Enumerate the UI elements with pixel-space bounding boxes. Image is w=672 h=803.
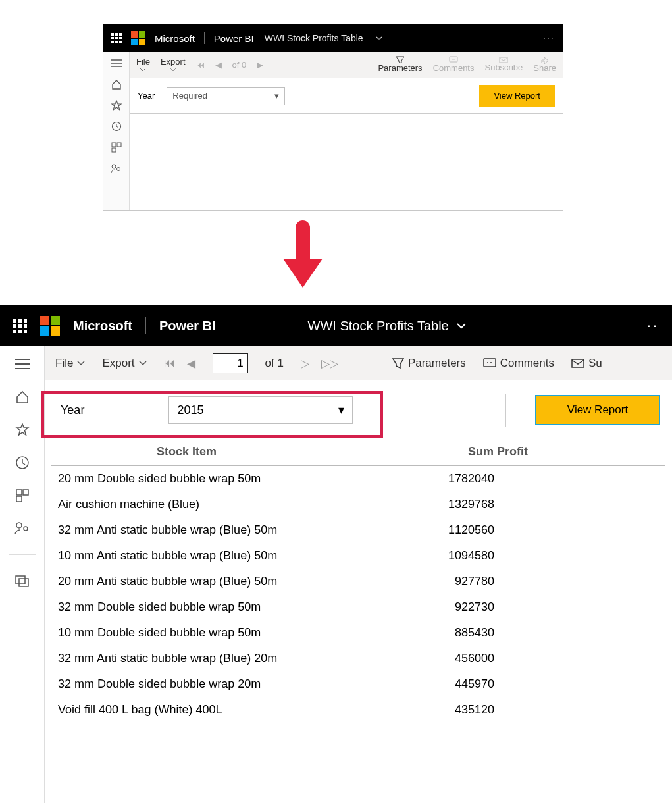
microsoft-brand: Microsoft: [73, 319, 132, 334]
page-input[interactable]: [213, 353, 248, 373]
home-icon[interactable]: [14, 388, 31, 405]
apps-icon[interactable]: [111, 142, 122, 153]
cell-stock-item: Void fill 400 L bag (White) 400L: [51, 697, 442, 723]
cell-sum-profit: 435120: [442, 697, 665, 723]
year-value: 2015: [177, 403, 203, 417]
toolbar: File Export ⏮ ◀ of 1 ▷ ▷▷: [45, 346, 672, 380]
svg-point-7: [452, 59, 453, 61]
menu-toggle-icon[interactable]: [111, 57, 122, 69]
more-icon[interactable]: ··: [647, 317, 659, 334]
app-launcher-icon[interactable]: [13, 319, 27, 333]
first-page-icon[interactable]: ⏮: [164, 357, 175, 370]
file-menu[interactable]: File: [136, 57, 150, 72]
svg-rect-6: [450, 57, 457, 62]
toolbar: File Export ⏮ ◀ of 0 ▶ Parameters: [130, 52, 563, 78]
parameters-button[interactable]: Parameters: [378, 56, 422, 73]
favorite-icon[interactable]: [111, 99, 122, 111]
cell-sum-profit: 445970: [442, 671, 665, 697]
cell-sum-profit: 922730: [442, 594, 665, 620]
export-menu[interactable]: Export: [102, 357, 146, 370]
year-label: Year: [61, 403, 84, 417]
year-label: Year: [138, 91, 155, 101]
page-of: of 1: [265, 357, 284, 370]
svg-point-15: [24, 527, 28, 531]
workspaces-icon[interactable]: [14, 572, 31, 589]
report-title[interactable]: WWI Stock Profits Table: [265, 33, 363, 43]
cell-stock-item: 32 mm Anti static bubble wrap (Blue) 50m: [51, 517, 442, 543]
year-dropdown[interactable]: Required ▾: [167, 87, 285, 105]
prev-page-icon: ◀: [215, 60, 222, 70]
cell-stock-item: 32 mm Anti static bubble wrap (Blue) 20m: [51, 646, 442, 671]
powerbi-brand: Power BI: [214, 33, 254, 44]
microsoft-logo-icon: [40, 316, 60, 336]
apps-icon[interactable]: [14, 487, 31, 504]
screenshot-before: Microsoft Power BI WWI Stock Profits Tab…: [103, 24, 563, 211]
svg-rect-1: [112, 143, 116, 147]
shared-icon[interactable]: [14, 520, 31, 537]
next-page-icon[interactable]: ▷: [301, 357, 309, 371]
export-menu[interactable]: Export: [161, 57, 186, 72]
top-header: Microsoft Power BI WWI Stock Profits Tab…: [0, 305, 672, 346]
cell-stock-item: 32 mm Double sided bubble wrap 20m: [51, 671, 442, 697]
view-report-button[interactable]: View Report: [479, 85, 555, 107]
subscribe-button[interactable]: Su: [571, 357, 602, 370]
share-label: Share: [533, 64, 556, 73]
table-row: 10 mm Anti static bubble wrap (Blue) 50m…: [51, 543, 665, 569]
recent-icon[interactable]: [14, 454, 31, 471]
more-icon[interactable]: ···: [543, 33, 555, 43]
cell-stock-item: 10 mm Anti static bubble wrap (Blue) 50m: [51, 543, 442, 569]
svg-rect-21: [572, 359, 584, 367]
report-title[interactable]: WWI Stock Profits Table: [308, 319, 467, 334]
prev-page-icon[interactable]: ◀: [187, 357, 195, 371]
cell-sum-profit: 1329768: [442, 492, 665, 517]
svg-rect-18: [484, 359, 496, 367]
table-row: 32 mm Double sided bubble wrap 20m445970: [51, 671, 665, 697]
svg-rect-3: [112, 148, 116, 152]
svg-point-4: [112, 165, 116, 168]
comments-button[interactable]: Comments: [483, 357, 554, 370]
chevron-down-icon[interactable]: [375, 34, 383, 42]
shared-icon[interactable]: [111, 163, 122, 174]
app-launcher-icon[interactable]: [111, 33, 122, 43]
table-row: 32 mm Anti static bubble wrap (Blue) 20m…: [51, 646, 665, 671]
cell-sum-profit: 1120560: [442, 517, 665, 543]
favorite-icon[interactable]: [14, 421, 31, 438]
first-page-icon: ⏮: [196, 60, 205, 70]
last-page-icon[interactable]: ▷▷: [321, 357, 338, 371]
cell-sum-profit: 1094580: [442, 543, 665, 569]
parameter-bar: Year Required ▾ View Report: [130, 78, 563, 114]
view-report-button[interactable]: View Report: [535, 395, 660, 425]
top-header: Microsoft Power BI WWI Stock Profits Tab…: [103, 24, 563, 52]
cell-sum-profit: 456000: [442, 646, 665, 671]
home-icon[interactable]: [111, 78, 122, 90]
subscribe-button[interactable]: Subscribe: [484, 57, 523, 72]
table-row: 32 mm Double sided bubble wrap 50m922730: [51, 594, 665, 620]
comments-button[interactable]: Comments: [433, 56, 475, 73]
svg-rect-16: [16, 576, 25, 584]
divider: [505, 394, 506, 427]
svg-point-20: [490, 362, 492, 363]
powerbi-brand: Power BI: [159, 319, 216, 334]
year-dropdown[interactable]: 2015 ▾: [168, 396, 353, 424]
caret-down-icon: ▾: [338, 403, 344, 417]
cell-stock-item: Air cushion machine (Blue): [51, 492, 442, 517]
svg-rect-13: [16, 496, 22, 502]
export-label: Export: [102, 357, 134, 370]
next-page-icon: ▶: [257, 60, 263, 70]
parameter-bar: Year 2015 ▾ View Report: [45, 380, 672, 440]
table-row: Air cushion machine (Blue)1329768: [51, 492, 665, 517]
menu-toggle-icon[interactable]: [14, 355, 31, 373]
share-button[interactable]: Share: [533, 56, 556, 73]
comments-label: Comments: [433, 64, 475, 73]
cell-sum-profit: 1782040: [442, 466, 665, 492]
report-title-text: WWI Stock Profits Table: [308, 319, 449, 333]
report-table: Stock Item Sum Profit 20 mm Double sided…: [51, 440, 665, 723]
recent-icon[interactable]: [111, 120, 122, 132]
file-menu[interactable]: File: [55, 357, 85, 370]
subscribe-label: Su: [588, 357, 602, 370]
svg-rect-2: [117, 143, 121, 147]
divider: [204, 32, 205, 44]
parameters-button[interactable]: Parameters: [392, 357, 466, 370]
file-label: File: [136, 57, 150, 66]
svg-point-5: [116, 168, 120, 171]
